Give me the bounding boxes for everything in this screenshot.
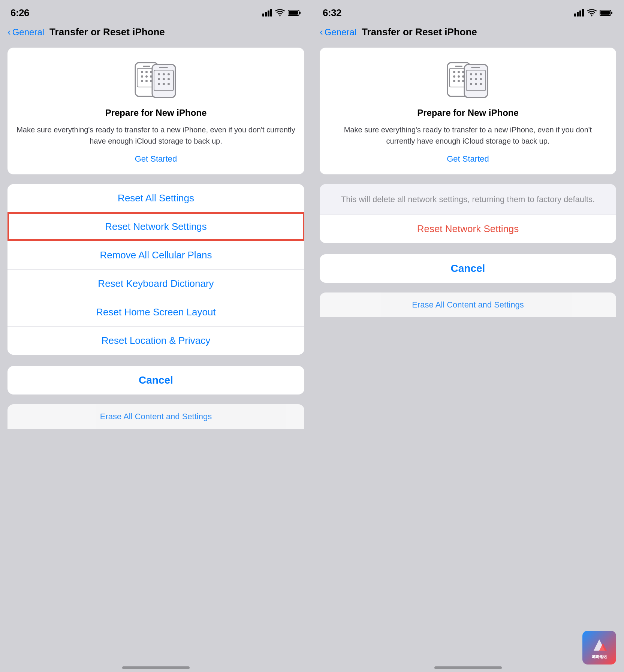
confirmation-card: This will delete all network settings, r… [320,184,616,243]
cancel-label-left: Cancel [139,374,173,386]
svg-point-11 [145,71,148,73]
status-bar-left: 6:26 [0,0,312,22]
wifi-icon-left [275,9,285,16]
svg-point-57 [475,78,477,80]
svg-point-41 [453,71,455,73]
svg-rect-1 [265,12,267,16]
nav-bar-right: ‹ General Transfer or Reset iPhone [312,22,624,44]
svg-point-59 [470,83,472,85]
confirmation-message: This will delete all network settings, r… [320,184,616,214]
svg-point-28 [158,83,160,85]
svg-point-14 [145,75,148,78]
get-started-left[interactable]: Get Started [135,153,177,165]
watermark: 噶噶笔记 [582,631,616,664]
action-sheet-left: Reset All Settings Reset Network Setting… [7,184,304,355]
back-button-left[interactable]: ‹ General [7,26,44,38]
prepare-card-left: Prepare for New iPhone Make sure everyth… [7,48,304,174]
reset-network-confirm-button[interactable]: Reset Network Settings [320,214,616,243]
svg-point-16 [141,80,143,82]
prepare-desc-right: Make sure everything's ready to transfer… [329,124,607,147]
right-phone-panel: 6:32 ‹ General [312,0,624,672]
reset-network-settings-label: Reset Network Settings [105,221,207,232]
wifi-icon-right [587,9,597,16]
chevron-left-icon-left: ‹ [7,26,11,38]
reset-home-screen-label: Reset Home Screen Layout [96,306,215,318]
prepare-desc-left: Make sure everything's ready to transfer… [16,124,295,147]
signal-icon-left [262,9,272,16]
svg-point-17 [145,80,148,82]
svg-point-24 [168,73,170,75]
svg-rect-34 [582,9,584,16]
status-bar-right: 6:32 [312,0,624,22]
svg-rect-5 [299,12,301,14]
nav-bar-left: ‹ General Transfer or Reset iPhone [0,22,312,44]
svg-rect-8 [143,66,150,67]
left-phone-panel: 6:26 ‹ [0,0,312,672]
back-button-right[interactable]: ‹ General [320,26,356,38]
svg-point-10 [141,71,143,73]
home-indicator-right [434,666,502,669]
phone-icon-left [133,59,178,100]
svg-rect-36 [611,12,612,14]
svg-rect-32 [577,12,579,16]
svg-point-23 [163,73,165,75]
svg-point-54 [475,73,477,75]
prepare-title-right: Prepare for New iPhone [417,108,519,118]
svg-point-25 [158,78,160,80]
cancel-button-right[interactable]: Cancel [320,254,616,283]
back-label-left: General [12,27,44,38]
svg-point-13 [141,75,143,78]
bottom-partial-left[interactable]: Erase All Content and Settings [7,404,304,429]
prepare-card-right: Prepare for New iPhone Make sure everyth… [320,48,616,174]
svg-point-55 [480,73,482,75]
bottom-partial-text-right: Erase All Content and Settings [327,300,609,310]
svg-point-58 [480,78,482,80]
watermark-text: 噶噶笔记 [592,654,607,660]
content-right: Prepare for New iPhone Make sure everyth… [312,44,624,663]
time-left: 6:26 [10,7,29,19]
status-icons-right [574,9,613,16]
prepare-title-left: Prepare for New iPhone [105,108,207,118]
home-indicator-left [122,666,190,669]
remove-cellular-plans-label: Remove All Cellular Plans [100,249,212,261]
get-started-right[interactable]: Get Started [447,153,489,165]
reset-all-settings-item[interactable]: Reset All Settings [7,184,304,212]
svg-rect-37 [600,11,610,15]
svg-rect-19 [152,64,175,98]
svg-rect-51 [471,67,480,68]
reset-location-privacy-item[interactable]: Reset Location & Privacy [7,326,304,355]
svg-point-26 [163,78,165,80]
cancel-label-right: Cancel [451,262,485,274]
svg-rect-0 [262,14,264,16]
reset-network-confirm-label: Reset Network Settings [417,223,519,235]
svg-point-60 [475,83,477,85]
svg-rect-33 [579,10,581,16]
cancel-button-left[interactable]: Cancel [7,366,304,394]
status-icons-left [262,9,301,16]
chevron-left-icon-right: ‹ [320,26,323,38]
svg-rect-2 [268,10,269,16]
page-title-right: Transfer or Reset iPhone [362,26,477,38]
bottom-partial-text-left: Erase All Content and Settings [15,412,297,422]
svg-rect-39 [455,66,462,67]
reset-home-screen-item[interactable]: Reset Home Screen Layout [7,298,304,326]
remove-cellular-plans-item[interactable]: Remove All Cellular Plans [7,241,304,269]
back-label-right: General [325,27,356,38]
svg-point-44 [453,75,455,78]
reset-keyboard-label: Reset Keyboard Dictionary [98,278,214,290]
reset-network-settings-item[interactable]: Reset Network Settings [7,212,304,241]
svg-point-42 [458,71,460,73]
reset-all-settings-label: Reset All Settings [118,192,194,204]
svg-point-22 [158,73,160,75]
reset-keyboard-item[interactable]: Reset Keyboard Dictionary [7,269,304,298]
bottom-partial-right[interactable]: Erase All Content and Settings [320,292,616,317]
phone-icon-right [446,59,491,100]
svg-point-30 [168,83,170,85]
svg-rect-3 [270,9,272,16]
battery-icon-right [600,9,613,16]
signal-icon-right [574,9,584,16]
svg-point-45 [458,75,460,78]
confirmation-message-text: This will delete all network settings, r… [341,195,595,204]
svg-rect-20 [159,67,168,68]
svg-rect-6 [289,11,298,15]
